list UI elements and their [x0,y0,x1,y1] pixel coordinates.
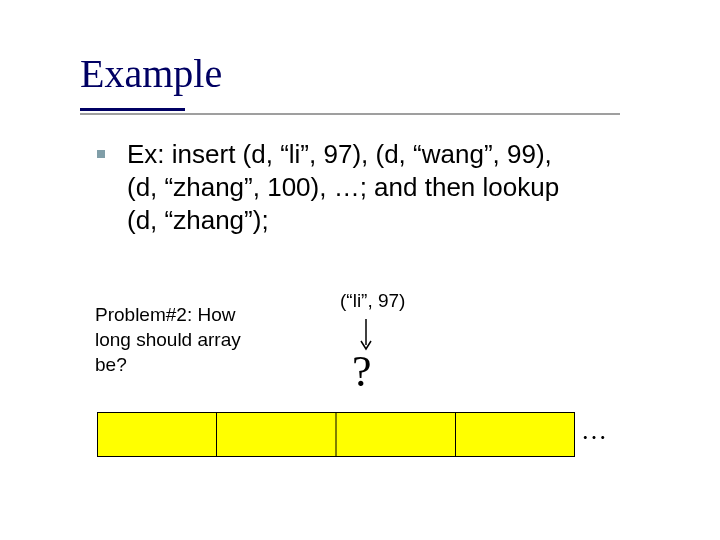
slide-title: Example [80,50,222,97]
ellipsis: … [581,416,607,446]
tuple-label: (“li”, 97) [340,290,405,312]
array-diagram [97,412,575,457]
title-accent-bar [80,108,185,111]
square-bullet-icon [97,150,105,158]
problem-text: Problem#2: Howlong should arraybe? [95,302,305,377]
title-underline [80,113,620,115]
question-mark: ? [352,350,372,394]
body-text: Ex: insert (d, “li”, 97), (d, “wang”, 99… [127,138,559,237]
array-cells-icon [97,412,575,457]
